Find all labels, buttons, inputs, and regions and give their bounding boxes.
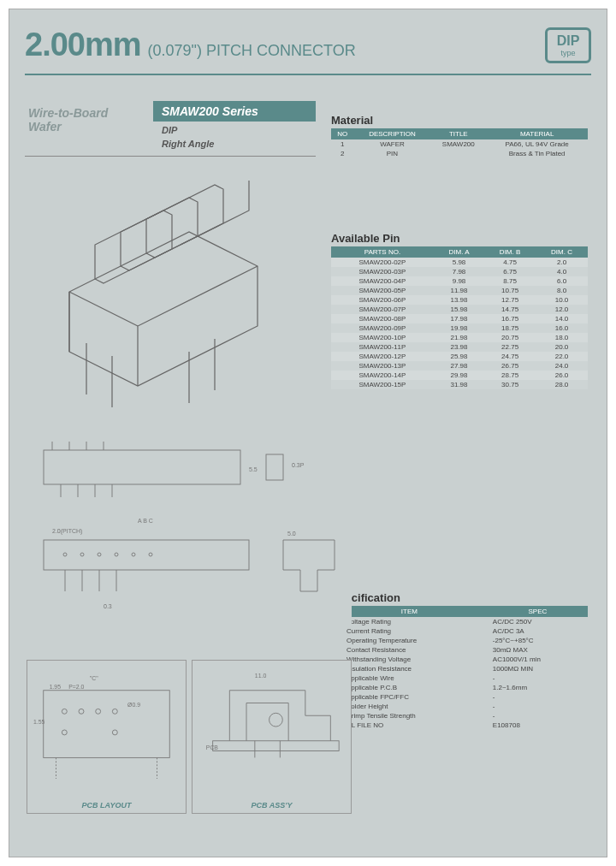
table-row: SMAW200-04P9.988.756.0 bbox=[331, 276, 588, 286]
pcb-layout-panel: "C" 1.95 P=2.0 Ø0.9 1.55 PCB LAYOUT bbox=[27, 660, 187, 814]
table-row: SMAW200-11P23.9822.7520.0 bbox=[331, 342, 588, 352]
dim-55: 5.5 bbox=[249, 466, 258, 472]
available-pin-table: PARTS NO.DIM. ADIM. BDIM. C SMAW200-02P5… bbox=[331, 246, 588, 389]
dim-abc: A B C bbox=[138, 518, 153, 524]
table-row: SMAW200-12P25.9824.7522.0 bbox=[331, 352, 588, 361]
table-row: SMAW200-05P11.9810.758.0 bbox=[331, 286, 588, 295]
table-row: Current RatingAC/DC 3A bbox=[331, 626, 588, 636]
orthographic-drawing: 2.0(PITCH) A B C 5.0 0.3 5.5 0.3P bbox=[27, 437, 352, 626]
table-row: SMAW200-13P27.9826.7524.0 bbox=[331, 361, 588, 371]
pcb-text: PCB bbox=[206, 744, 219, 750]
title-pitch: 2.00mm bbox=[25, 27, 141, 63]
available-pin-section: Available Pin PARTS NO.DIM. ADIM. BDIM. … bbox=[331, 232, 588, 389]
material-header: MATERIAL bbox=[486, 128, 588, 139]
material-table: NODESCRIPTIONTITLEMATERIAL 1WAFERSMAW200… bbox=[331, 128, 588, 158]
series-category: Wire-to-Board Wafer bbox=[25, 101, 153, 152]
table-row: 2PINBrass & Tin Plated bbox=[331, 149, 588, 158]
category-line2: Wafer bbox=[28, 120, 150, 133]
svg-point-13 bbox=[98, 553, 101, 556]
svg-rect-21 bbox=[44, 691, 170, 758]
spec-header: ITEM bbox=[331, 606, 488, 617]
svg-rect-28 bbox=[213, 741, 340, 751]
svg-point-24 bbox=[96, 709, 101, 714]
availpin-header: PARTS NO. bbox=[331, 246, 434, 258]
badge-bottom: type bbox=[560, 49, 575, 57]
category-line1: Wire-to-Board bbox=[28, 106, 150, 120]
dim-110: 11.0 bbox=[255, 673, 267, 679]
pcb-assy-label: PCB ASS'Y bbox=[192, 801, 351, 810]
header-rule bbox=[25, 74, 591, 75]
dim-155: 1.55 bbox=[33, 719, 45, 725]
pcb-layout-svg: "C" 1.95 P=2.0 Ø0.9 1.55 bbox=[31, 664, 182, 792]
series-info: SMAW200 Series DIP Right Angle bbox=[153, 101, 316, 152]
dip-type-badge: DIP type bbox=[545, 27, 591, 63]
dim-p20: P=2.0 bbox=[68, 684, 84, 690]
svg-point-25 bbox=[112, 709, 117, 714]
svg-point-11 bbox=[63, 553, 67, 556]
material-header: NO bbox=[331, 128, 354, 139]
table-row: Solder Height- bbox=[331, 702, 588, 711]
badge-top: DIP bbox=[557, 33, 580, 49]
table-row: Voltage RatingAC/DC 250V bbox=[331, 617, 588, 626]
material-header: DESCRIPTION bbox=[354, 128, 431, 139]
table-row: SMAW200-10P21.9820.7518.0 bbox=[331, 333, 588, 342]
svg-rect-10 bbox=[44, 540, 249, 570]
table-row: UL FILE NOE108708 bbox=[331, 721, 588, 730]
series-angle: Right Angle bbox=[153, 139, 316, 152]
title-subtitle: (0.079") PITCH CONNECTOR bbox=[148, 42, 356, 60]
table-row: Applicable Wire- bbox=[331, 673, 588, 683]
dim-195: 1.95 bbox=[50, 684, 62, 690]
header: 2.00mm (0.079") PITCH CONNECTOR DIP type bbox=[25, 27, 591, 70]
svg-rect-9 bbox=[266, 454, 283, 480]
table-row: Applicable FPC/FFC- bbox=[331, 692, 588, 702]
svg-point-14 bbox=[115, 553, 118, 556]
table-row: SMAW200-07P15.9814.7512.0 bbox=[331, 305, 588, 314]
specification-section: Specification ITEMSPEC Voltage RatingAC/… bbox=[331, 591, 588, 730]
table-row: SMAW200-14P29.9828.7526.0 bbox=[331, 371, 588, 380]
iso-svg bbox=[35, 181, 326, 420]
series-underline bbox=[25, 156, 316, 157]
table-row: SMAW200-09P19.9818.7516.0 bbox=[331, 323, 588, 333]
table-row: Operating Temperature-25°C~+85°C bbox=[331, 636, 588, 645]
available-pin-title: Available Pin bbox=[331, 232, 588, 245]
table-row: SMAW200-08P17.9816.7514.0 bbox=[331, 314, 588, 323]
svg-point-15 bbox=[132, 553, 135, 556]
availpin-header: DIM. A bbox=[434, 246, 484, 258]
dim-pitch: 2.0(PITCH) bbox=[52, 528, 82, 535]
table-row: SMAW200-03P7.986.754.0 bbox=[331, 267, 588, 276]
svg-point-27 bbox=[112, 730, 117, 735]
pcb-layout-label: PCB LAYOUT bbox=[27, 801, 186, 810]
svg-point-26 bbox=[62, 730, 67, 735]
svg-point-22 bbox=[62, 709, 67, 714]
material-section: Material NODESCRIPTIONTITLEMATERIAL 1WAF… bbox=[331, 114, 588, 158]
table-row: Insulation Resistance1000MΩ MIN bbox=[331, 664, 588, 673]
series-banner: SMAW200 Series bbox=[153, 101, 316, 122]
svg-rect-0 bbox=[44, 450, 240, 484]
table-row: 1WAFERSMAW200PA66, UL 94V Grade bbox=[331, 139, 588, 149]
material-title: Material bbox=[331, 114, 588, 127]
table-row: SMAW200-02P5.984.752.0 bbox=[331, 258, 588, 267]
pcb-assy-panel: 11.0 PCB PCB ASS'Y bbox=[192, 660, 352, 814]
isometric-drawing bbox=[35, 181, 326, 420]
table-row: Applicable P.C.B1.2~1.6mm bbox=[331, 683, 588, 692]
svg-point-29 bbox=[270, 713, 283, 727]
svg-point-16 bbox=[149, 553, 152, 556]
dim-09: Ø0.9 bbox=[127, 702, 140, 708]
svg-point-12 bbox=[80, 553, 84, 556]
spec-header: SPEC bbox=[488, 606, 588, 617]
ortho-svg: 2.0(PITCH) A B C 5.0 0.3 5.5 0.3P bbox=[27, 437, 352, 626]
title-block: 2.00mm (0.079") PITCH CONNECTOR bbox=[25, 27, 356, 63]
material-header: TITLE bbox=[430, 128, 486, 139]
table-row: Withstanding VoltageAC1000V/1 min bbox=[331, 655, 588, 664]
dim-03: 0.3 bbox=[104, 603, 112, 609]
table-row: Crimp Tensile Strength- bbox=[331, 711, 588, 721]
dim-c: "C" bbox=[90, 675, 98, 681]
svg-point-23 bbox=[79, 709, 84, 714]
table-row: SMAW200-15P31.9830.7528.0 bbox=[331, 380, 588, 389]
pcb-drawings: "C" 1.95 P=2.0 Ø0.9 1.55 PCB LAYOUT 11.0… bbox=[27, 660, 352, 814]
datasheet-page: 2.00mm (0.079") PITCH CONNECTOR DIP type… bbox=[9, 9, 607, 857]
dim-03p: 0.3P bbox=[292, 462, 305, 468]
specification-title: Specification bbox=[331, 591, 588, 604]
dim-50: 5.0 bbox=[287, 531, 296, 537]
availpin-header: DIM. B bbox=[484, 246, 536, 258]
